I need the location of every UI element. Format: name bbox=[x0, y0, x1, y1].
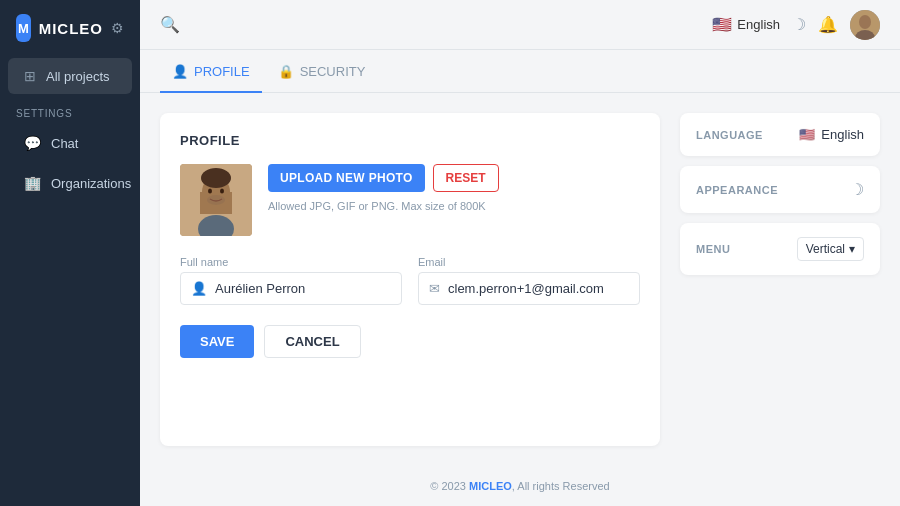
email-field: Email ✉ bbox=[418, 256, 640, 305]
chat-icon: 💬 bbox=[24, 135, 41, 151]
cancel-button[interactable]: CANCEL bbox=[264, 325, 360, 358]
menu-panel-label: MENU bbox=[696, 243, 730, 255]
content-area: 👤 PROFILE 🔒 SECURITY PROFILE bbox=[140, 50, 900, 506]
email-input[interactable] bbox=[448, 281, 629, 296]
settings-section-label: Settings bbox=[0, 96, 140, 123]
moon-appearance-icon: ☽ bbox=[850, 180, 864, 199]
language-flag: 🇺🇸 bbox=[799, 127, 815, 142]
search-icon[interactable]: 🔍 bbox=[160, 15, 180, 34]
appearance-panel: APPEARANCE ☽ bbox=[680, 166, 880, 213]
photo-section: UPLOAD NEW PHOTO RESET Allowed JPG, GIF … bbox=[180, 164, 640, 236]
language-selector[interactable]: 🇺🇸 English bbox=[712, 15, 780, 34]
lock-icon: 🔒 bbox=[278, 64, 294, 79]
page-body: PROFILE bbox=[140, 93, 900, 466]
svg-point-10 bbox=[207, 195, 225, 205]
menu-panel: MENU Vertical ▾ bbox=[680, 223, 880, 275]
sidebar: M MICLEO ⚙ ⊞ All projects Settings 💬 Cha… bbox=[0, 0, 140, 506]
language-text: English bbox=[821, 127, 864, 142]
footer-suffix: , All rights Reserved bbox=[512, 480, 610, 492]
right-panel: LANGUAGE 🇺🇸 English APPEARANCE ☽ MENU Ve… bbox=[680, 113, 880, 446]
email-input-icon: ✉ bbox=[429, 281, 440, 296]
form-row: Full name 👤 Email ✉ bbox=[180, 256, 640, 305]
topbar-right: 🇺🇸 English ☽ 🔔 bbox=[712, 10, 880, 40]
flag-icon: 🇺🇸 bbox=[712, 15, 732, 34]
card-title: PROFILE bbox=[180, 133, 640, 148]
svg-point-6 bbox=[201, 168, 231, 188]
tab-security[interactable]: 🔒 SECURITY bbox=[266, 50, 378, 93]
photo-actions: UPLOAD NEW PHOTO RESET Allowed JPG, GIF … bbox=[268, 164, 499, 212]
photo-hint: Allowed JPG, GIF or PNG. Max size of 800… bbox=[268, 200, 499, 212]
sidebar-item-all-projects[interactable]: ⊞ All projects bbox=[8, 58, 132, 94]
sidebar-item-label: Chat bbox=[51, 136, 78, 151]
svg-point-1 bbox=[859, 15, 871, 29]
footer-text: © 2023 bbox=[430, 480, 469, 492]
email-input-wrap: ✉ bbox=[418, 272, 640, 305]
fullname-label: Full name bbox=[180, 256, 402, 268]
tab-profile[interactable]: 👤 PROFILE bbox=[160, 50, 262, 93]
sidebar-item-label: All projects bbox=[46, 69, 110, 84]
language-value: 🇺🇸 English bbox=[799, 127, 864, 142]
save-button[interactable]: SAVE bbox=[180, 325, 254, 358]
fullname-input-wrap: 👤 bbox=[180, 272, 402, 305]
tab-profile-label: PROFILE bbox=[194, 64, 250, 79]
footer: © 2023 MICLEO, All rights Reserved bbox=[140, 466, 900, 506]
app-logo-icon: M bbox=[16, 14, 31, 42]
language-panel: LANGUAGE 🇺🇸 English bbox=[680, 113, 880, 156]
form-actions: SAVE CANCEL bbox=[180, 325, 640, 358]
grid-icon: ⊞ bbox=[24, 68, 36, 84]
bell-icon[interactable]: 🔔 bbox=[818, 15, 838, 34]
photo-preview bbox=[180, 164, 252, 236]
tabs: 👤 PROFILE 🔒 SECURITY bbox=[140, 50, 900, 93]
svg-point-7 bbox=[208, 189, 212, 194]
profile-card: PROFILE bbox=[160, 113, 660, 446]
language-panel-label: LANGUAGE bbox=[696, 129, 763, 141]
email-label: Email bbox=[418, 256, 640, 268]
upload-photo-button[interactable]: UPLOAD NEW PHOTO bbox=[268, 164, 425, 192]
sidebar-item-organizations[interactable]: 🏢 Organizations bbox=[8, 165, 132, 201]
app-name: MICLEO bbox=[39, 20, 103, 37]
menu-select[interactable]: Vertical ▾ bbox=[797, 237, 864, 261]
menu-select-value: Vertical bbox=[806, 242, 845, 256]
photo-buttons: UPLOAD NEW PHOTO RESET bbox=[268, 164, 499, 192]
settings-icon[interactable]: ⚙ bbox=[111, 20, 124, 36]
person-icon: 👤 bbox=[172, 64, 188, 79]
user-avatar[interactable] bbox=[850, 10, 880, 40]
chevron-down-icon: ▾ bbox=[849, 242, 855, 256]
person-input-icon: 👤 bbox=[191, 281, 207, 296]
topbar: 🔍 🇺🇸 English ☽ 🔔 bbox=[140, 0, 900, 50]
moon-icon[interactable]: ☽ bbox=[792, 15, 806, 34]
fullname-input[interactable] bbox=[215, 281, 391, 296]
fullname-field: Full name 👤 bbox=[180, 256, 402, 305]
org-icon: 🏢 bbox=[24, 175, 41, 191]
main-area: 🔍 🇺🇸 English ☽ 🔔 👤 PROFILE bbox=[140, 0, 900, 506]
sidebar-logo: M MICLEO ⚙ bbox=[0, 0, 140, 56]
footer-brand: MICLEO bbox=[469, 480, 512, 492]
sidebar-item-label: Organizations bbox=[51, 176, 131, 191]
sidebar-item-chat[interactable]: 💬 Chat bbox=[8, 125, 132, 161]
tab-security-label: SECURITY bbox=[300, 64, 366, 79]
svg-point-8 bbox=[220, 189, 224, 194]
reset-photo-button[interactable]: RESET bbox=[433, 164, 499, 192]
language-label: English bbox=[737, 17, 780, 32]
appearance-panel-label: APPEARANCE bbox=[696, 184, 778, 196]
